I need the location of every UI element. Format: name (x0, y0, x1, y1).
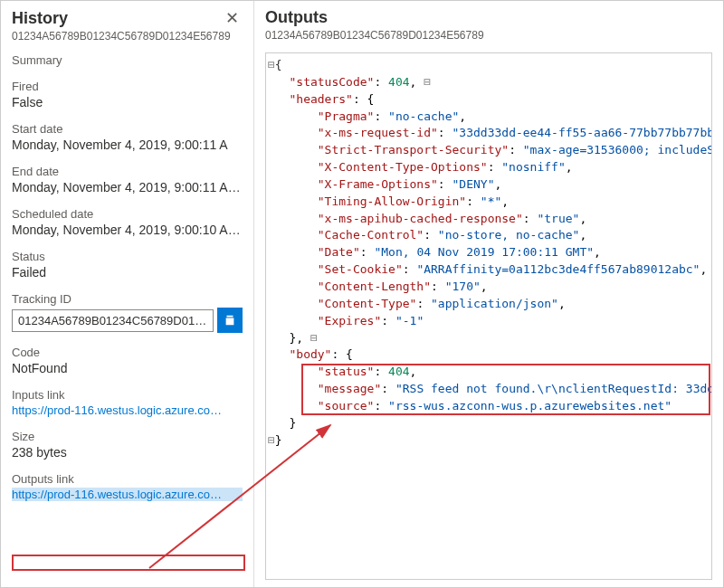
fired-value: False (12, 95, 243, 109)
end-date-label: End date (12, 165, 243, 178)
start-date-value: Monday, November 4, 2019, 9:00:11 A (12, 138, 243, 152)
tracking-id-label: Tracking ID (12, 292, 243, 306)
start-date-label: Start date (12, 122, 243, 136)
code-value: NotFound (12, 361, 243, 375)
scheduled-date-value: Monday, November 4, 2019, 9:00:10 A… (12, 223, 243, 237)
history-title: History (12, 9, 68, 28)
outputs-subtitle: 01234A56789B01234C56789D01234E56789 (265, 29, 712, 42)
size-label: Size (12, 430, 243, 443)
tracking-id-value[interactable]: 01234A56789B01234C56789D012… (12, 309, 214, 332)
outputs-link-label: Outputs link (12, 472, 243, 486)
copy-button[interactable] (217, 308, 243, 333)
code-label: Code (12, 346, 243, 359)
json-viewer[interactable]: ⊟{ "statusCode": 404, ⊟ "headers": { "Pr… (265, 52, 712, 580)
inputs-link-label: Inputs link (12, 388, 243, 402)
history-subtitle: 01234A56789B01234C56789D01234E56789 (12, 30, 243, 43)
status-value: Failed (12, 265, 243, 280)
outputs-link[interactable]: https://prod-116.westus.logic.azure.co… (12, 488, 243, 501)
history-panel: History ✕ 01234A56789B01234C56789D01234E… (1, 1, 254, 587)
summary-heading: Summary (12, 53, 243, 67)
outputs-title: Outputs (265, 8, 328, 27)
end-date-value: Monday, November 4, 2019, 9:00:11 A… (12, 180, 243, 194)
fired-label: Fired (12, 80, 243, 93)
copy-icon (224, 314, 236, 327)
status-label: Status (12, 250, 243, 263)
size-value: 238 bytes (12, 445, 243, 460)
close-icon[interactable]: ✕ (222, 8, 243, 28)
outputs-panel: Outputs 01234A56789B01234C56789D01234E56… (254, 1, 723, 587)
inputs-link[interactable]: https://prod-116.westus.logic.azure.co… (12, 403, 243, 417)
scheduled-date-label: Scheduled date (12, 207, 243, 221)
